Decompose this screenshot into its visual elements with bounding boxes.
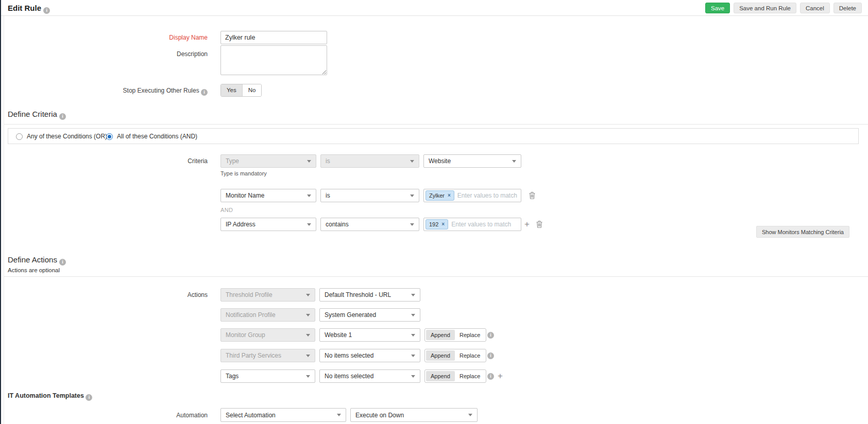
automation-template-value: Select Automation bbox=[226, 412, 276, 419]
remove-chip-icon[interactable]: × bbox=[448, 192, 451, 199]
radio-selected-icon[interactable] bbox=[106, 133, 113, 140]
replace-option[interactable]: Replace bbox=[455, 350, 485, 361]
page-title: Edit Rule i bbox=[8, 4, 50, 14]
remove-chip-icon[interactable]: × bbox=[441, 221, 445, 228]
stop-rules-toggle: Yes No bbox=[220, 84, 262, 97]
chevron-down-icon bbox=[307, 160, 311, 163]
chevron-down-icon bbox=[306, 375, 310, 378]
save-button[interactable]: Save bbox=[705, 3, 730, 13]
type-mandatory-note: Type is mandatory bbox=[220, 170, 267, 176]
criteria-values-input[interactable]: Zylker × Enter values to match bbox=[423, 189, 521, 202]
info-icon[interactable]: i bbox=[487, 373, 494, 380]
chevron-down-icon bbox=[306, 314, 310, 316]
action-value-select[interactable]: System Generated bbox=[319, 308, 420, 322]
chevron-down-icon bbox=[306, 334, 310, 337]
delete-button[interactable]: Delete bbox=[833, 3, 862, 13]
define-actions-heading: Define Actions i bbox=[8, 255, 66, 266]
info-icon[interactable]: i bbox=[487, 332, 494, 339]
stop-rules-label-text: Stop Executing Other Rules bbox=[123, 87, 199, 94]
chevron-down-icon bbox=[411, 294, 415, 296]
chevron-down-icon bbox=[411, 375, 415, 378]
top-bar: Edit Rule i Save Save and Run Rule Cance… bbox=[1, 0, 868, 16]
execute-trigger-dropdown[interactable]: Execute on Down bbox=[350, 408, 478, 422]
action-category-value: Notification Profile bbox=[226, 311, 276, 319]
chevron-down-icon bbox=[410, 195, 414, 197]
divider bbox=[4, 276, 868, 277]
radio-any-conditions[interactable]: Any of these Conditions (OR) bbox=[16, 133, 107, 140]
info-icon[interactable]: i bbox=[201, 89, 208, 96]
criteria-operator-select[interactable]: contains bbox=[320, 218, 419, 231]
chevron-down-icon bbox=[411, 334, 415, 337]
action-category-select[interactable]: Tags bbox=[220, 369, 315, 383]
radio-icon[interactable] bbox=[16, 133, 23, 140]
action-category-value: Third Party Services bbox=[226, 352, 281, 359]
define-criteria-heading: Define Criteria i bbox=[8, 110, 66, 120]
action-category-select: Monitor Group bbox=[220, 328, 315, 342]
chevron-down-icon bbox=[410, 160, 414, 163]
chevron-down-icon bbox=[337, 414, 341, 416]
criteria-operator-select[interactable]: is bbox=[320, 189, 419, 202]
values-placeholder: Enter values to match bbox=[457, 192, 517, 199]
criteria-values-input[interactable]: 192 × Enter values to match bbox=[423, 218, 521, 231]
info-icon[interactable]: i bbox=[59, 259, 66, 266]
automation-label: Automation bbox=[31, 412, 208, 419]
info-icon[interactable]: i bbox=[86, 394, 92, 401]
action-category-value: Threshold Profile bbox=[226, 291, 273, 298]
automation-trigger-value: Execute on Down bbox=[355, 412, 404, 419]
action-category-value: Monitor Group bbox=[226, 331, 265, 339]
chevron-down-icon bbox=[411, 355, 415, 357]
delete-criteria-row-button[interactable] bbox=[529, 191, 536, 201]
select-automation-dropdown[interactable]: Select Automation bbox=[220, 408, 346, 422]
criteria-field-select[interactable]: IP Address bbox=[220, 218, 316, 231]
action-value: No items selected bbox=[325, 373, 373, 380]
stop-rules-label: Stop Executing Other Rules i bbox=[31, 87, 208, 96]
action-value-select[interactable]: Default Threshold - URL bbox=[319, 288, 420, 302]
chevron-down-icon bbox=[512, 160, 516, 163]
criteria-field-value: Monitor Name bbox=[226, 192, 264, 199]
radio-any-label: Any of these Conditions (OR) bbox=[27, 133, 107, 140]
action-category-select: Third Party Services bbox=[220, 349, 315, 362]
criteria-operator-value: contains bbox=[326, 221, 349, 228]
values-placeholder: Enter values to match bbox=[451, 221, 511, 228]
cancel-button[interactable]: Cancel bbox=[800, 3, 830, 13]
criteria-field-select[interactable]: Monitor Name bbox=[220, 189, 316, 202]
criteria-operator-value: is bbox=[326, 157, 330, 165]
stop-rules-no-option[interactable]: No bbox=[243, 84, 262, 96]
action-value-select[interactable]: Website 1 bbox=[319, 328, 420, 342]
action-value-select[interactable]: No items selected bbox=[319, 349, 420, 362]
action-value: No items selected bbox=[325, 352, 373, 359]
display-name-input[interactable] bbox=[220, 31, 327, 44]
append-replace-toggle: Append Replace bbox=[424, 369, 486, 383]
description-label: Description bbox=[31, 50, 208, 58]
radio-all-conditions[interactable]: All of these Conditions (AND) bbox=[106, 133, 197, 140]
radio-all-label: All of these Conditions (AND) bbox=[117, 133, 197, 140]
criteria-field-value: IP Address bbox=[226, 221, 256, 228]
criteria-label: Criteria bbox=[31, 157, 208, 165]
add-criteria-row-button[interactable]: + bbox=[524, 220, 530, 228]
replace-option[interactable]: Replace bbox=[455, 330, 485, 340]
chevron-down-icon bbox=[410, 223, 414, 226]
info-icon[interactable]: i bbox=[59, 113, 66, 120]
append-option[interactable]: Append bbox=[426, 350, 455, 361]
top-action-buttons: Save Save and Run Rule Cancel Delete bbox=[705, 3, 862, 13]
append-option[interactable]: Append bbox=[426, 330, 455, 340]
criteria-type-value-select[interactable]: Website bbox=[423, 154, 521, 168]
chip-text: 192 bbox=[429, 221, 438, 228]
replace-option[interactable]: Replace bbox=[455, 371, 485, 381]
chevron-down-icon bbox=[307, 223, 311, 226]
save-and-run-button[interactable]: Save and Run Rule bbox=[734, 3, 796, 13]
delete-criteria-row-button[interactable] bbox=[536, 220, 543, 229]
description-textarea[interactable] bbox=[220, 45, 327, 75]
info-icon[interactable]: i bbox=[43, 7, 50, 14]
stop-rules-yes-option[interactable]: Yes bbox=[221, 84, 243, 96]
show-monitors-matching-criteria-button[interactable]: Show Monitors Matching Criteria bbox=[756, 226, 849, 238]
action-value: System Generated bbox=[325, 311, 376, 319]
action-value-select[interactable]: No items selected bbox=[319, 369, 420, 383]
it-automation-heading: IT Automation Templates i bbox=[8, 392, 92, 401]
add-action-row-button[interactable]: + bbox=[498, 372, 503, 380]
chip-text: Zylker bbox=[429, 192, 445, 199]
append-option[interactable]: Append bbox=[426, 371, 455, 381]
and-connector: AND bbox=[220, 207, 233, 213]
info-icon[interactable]: i bbox=[487, 352, 494, 359]
display-name-label: Display Name bbox=[31, 34, 208, 41]
